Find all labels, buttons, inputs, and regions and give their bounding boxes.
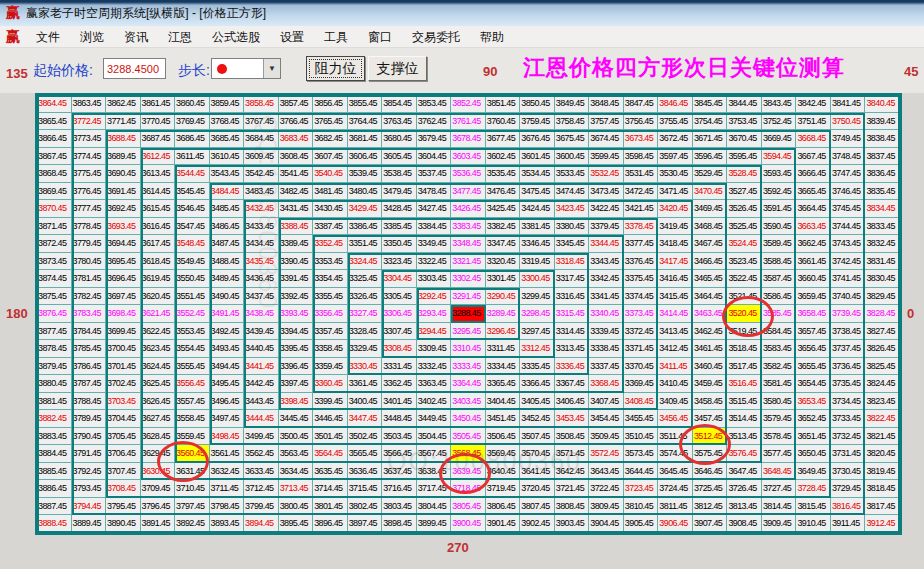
menu-item-4[interactable]: 公式选股 bbox=[202, 28, 270, 46]
grid-cell: 3346.45 bbox=[520, 235, 555, 253]
grid-cell: 3780.45 bbox=[72, 253, 107, 271]
grid-cell: 3493.45 bbox=[210, 340, 245, 358]
start-price-input[interactable] bbox=[103, 58, 166, 79]
grid-cell: 3548.45 bbox=[175, 235, 210, 253]
grid-cell: 3326.45 bbox=[348, 288, 383, 306]
grid-cell: 3699.45 bbox=[106, 323, 141, 341]
grid-cell: 3839.45 bbox=[865, 113, 900, 131]
grid-cell: 3457.45 bbox=[693, 410, 728, 428]
grid-cell: 3624.45 bbox=[141, 358, 176, 376]
grid-cell: 3812.45 bbox=[693, 498, 728, 516]
grid-cell: 3784.45 bbox=[72, 323, 107, 341]
grid-cell: 3533.45 bbox=[555, 165, 590, 183]
grid-cell: 3639.45 bbox=[451, 463, 486, 481]
grid-cell: 3588.45 bbox=[762, 253, 797, 271]
menu-item-8[interactable]: 交易委托 bbox=[402, 28, 470, 46]
grid-cell: 3335.45 bbox=[520, 358, 555, 376]
grid-cell: 3835.45 bbox=[865, 183, 900, 201]
grid-cell: 3764.45 bbox=[348, 113, 383, 131]
grid-cell: 3342.45 bbox=[589, 270, 624, 288]
grid-cell: 3862.45 bbox=[106, 95, 141, 113]
grid-cell: 3781.45 bbox=[72, 270, 107, 288]
grid-cell: 3782.45 bbox=[72, 288, 107, 306]
menu-item-1[interactable]: 浏览 bbox=[70, 28, 114, 46]
grid-cell: 3623.45 bbox=[141, 340, 176, 358]
grid-cell: 3473.45 bbox=[589, 183, 624, 201]
grid-cell: 3467.45 bbox=[693, 235, 728, 253]
app-window: { "window": { "icon": "赢", "title": "赢家老… bbox=[0, 0, 924, 569]
grid-cell: 3909.45 bbox=[762, 515, 797, 533]
grid-cell: 3367.45 bbox=[555, 375, 590, 393]
grid-cell: 3809.45 bbox=[589, 498, 624, 516]
grid-cell: 3601.45 bbox=[520, 148, 555, 166]
grid-cell: 3777.45 bbox=[72, 200, 107, 218]
menu-item-7[interactable]: 窗口 bbox=[358, 28, 402, 46]
grid-cell: 3735.45 bbox=[831, 375, 866, 393]
grid-cell: 3487.45 bbox=[210, 235, 245, 253]
grid-cell: 3864.45 bbox=[37, 95, 72, 113]
step-dropdown[interactable]: ▼ bbox=[211, 58, 281, 79]
support-button[interactable]: 支撑位 bbox=[368, 56, 427, 81]
menu-item-6[interactable]: 工具 bbox=[314, 28, 358, 46]
grid-cell: 3848.45 bbox=[589, 95, 624, 113]
grid-cell: 3309.45 bbox=[417, 340, 452, 358]
grid-cell: 3641.45 bbox=[520, 463, 555, 481]
grid-cell: 3562.45 bbox=[244, 445, 279, 463]
grid-cell: 3756.45 bbox=[624, 113, 659, 131]
grid-cell: 3688.45 bbox=[106, 130, 141, 148]
grid-cell: 3884.45 bbox=[37, 445, 72, 463]
grid-cell: 3683.45 bbox=[279, 130, 314, 148]
grid-cell: 3814.45 bbox=[762, 498, 797, 516]
resistance-button[interactable]: 阻力位 bbox=[306, 56, 365, 81]
grid-cell: 3440.45 bbox=[244, 340, 279, 358]
grid-cell: 3730.45 bbox=[831, 463, 866, 481]
menu-item-5[interactable]: 设置 bbox=[270, 28, 314, 46]
grid-cell: 3317.45 bbox=[555, 270, 590, 288]
app-logo-icon: 赢 bbox=[6, 4, 26, 22]
grid-cell: 3373.45 bbox=[624, 305, 659, 323]
grid-cell: 3544.45 bbox=[175, 165, 210, 183]
chevron-down-icon[interactable]: ▼ bbox=[263, 59, 280, 78]
grid-cell: 3584.45 bbox=[762, 323, 797, 341]
grid-cell: 3386.45 bbox=[348, 218, 383, 236]
grid-cell: 3766.45 bbox=[279, 113, 314, 131]
grid-cell: 3669.45 bbox=[762, 130, 797, 148]
grid-cell: 3648.45 bbox=[762, 463, 797, 481]
grid-cell: 3892.45 bbox=[175, 515, 210, 533]
grid-cell: 3508.45 bbox=[555, 428, 590, 446]
grid-cell: 3543.45 bbox=[210, 165, 245, 183]
grid-cell: 3358.45 bbox=[313, 340, 348, 358]
grid-cell: 3355.45 bbox=[313, 288, 348, 306]
grid-cell: 3531.45 bbox=[624, 165, 659, 183]
grid-cell: 3902.45 bbox=[520, 515, 555, 533]
grid-cell: 3684.45 bbox=[244, 130, 279, 148]
grid-cell: 3613.45 bbox=[141, 165, 176, 183]
angle-label-270: 270 bbox=[447, 540, 469, 555]
grid-cell: 3762.45 bbox=[417, 113, 452, 131]
grid-cell: 3804.45 bbox=[417, 498, 452, 516]
grid-cell: 3749.45 bbox=[831, 130, 866, 148]
grid-cell: 3701.45 bbox=[106, 358, 141, 376]
grid-cell: 3607.45 bbox=[313, 148, 348, 166]
menu-item-9[interactable]: 帮助 bbox=[470, 28, 514, 46]
grid-cell: 3713.45 bbox=[279, 480, 314, 498]
grid-cell: 3889.45 bbox=[72, 515, 107, 533]
grid-cell: 3723.45 bbox=[624, 480, 659, 498]
grid-cell: 3837.45 bbox=[865, 148, 900, 166]
menu-item-3[interactable]: 江恩 bbox=[158, 28, 202, 46]
grid-cell: 3732.45 bbox=[831, 428, 866, 446]
grid-cell: 3482.45 bbox=[279, 183, 314, 201]
grid-cell: 3321.45 bbox=[451, 253, 486, 271]
grid-cell: 3787.45 bbox=[72, 375, 107, 393]
menu-item-2[interactable]: 资讯 bbox=[114, 28, 158, 46]
grid-cell: 3380.45 bbox=[555, 218, 590, 236]
grid-cell: 3329.45 bbox=[348, 340, 383, 358]
grid-cell: 3402.45 bbox=[417, 393, 452, 411]
grid-cell: 3608.45 bbox=[279, 148, 314, 166]
grid-cell: 3719.45 bbox=[486, 480, 521, 498]
grid-cell: 3394.45 bbox=[279, 323, 314, 341]
grid-cell: 3633.45 bbox=[244, 463, 279, 481]
grid-cell: 3786.45 bbox=[72, 358, 107, 376]
grid-cell: 3554.45 bbox=[175, 340, 210, 358]
menu-item-0[interactable]: 文件 bbox=[26, 28, 70, 46]
